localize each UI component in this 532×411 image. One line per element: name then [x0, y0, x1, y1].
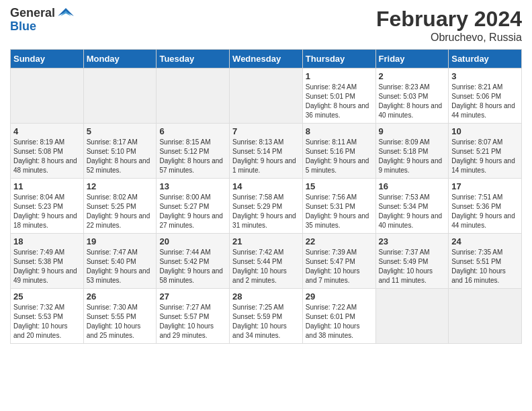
- day-cell: 1Sunrise: 8:24 AM Sunset: 5:01 PM Daylig…: [302, 68, 375, 124]
- day-number: 6: [159, 126, 226, 136]
- day-number: 22: [306, 236, 373, 246]
- week-row-4: 18Sunrise: 7:49 AM Sunset: 5:38 PM Dayli…: [11, 234, 522, 289]
- day-number: 26: [87, 291, 154, 302]
- day-info: Sunrise: 7:25 AM Sunset: 5:59 PM Dayligh…: [232, 303, 300, 340]
- day-number: 1: [306, 71, 373, 81]
- day-cell: 20Sunrise: 7:44 AM Sunset: 5:42 PM Dayli…: [157, 234, 230, 289]
- subtitle: Obruchevo, Russia: [376, 32, 522, 44]
- day-number: 25: [13, 291, 81, 302]
- day-cell: 21Sunrise: 7:42 AM Sunset: 5:44 PM Dayli…: [230, 234, 303, 289]
- logo-icon: [58, 8, 74, 24]
- day-number: 24: [451, 236, 519, 246]
- day-cell: [375, 289, 449, 344]
- day-info: Sunrise: 7:42 AM Sunset: 5:44 PM Dayligh…: [232, 248, 300, 285]
- day-number: 5: [87, 126, 154, 136]
- day-number: 23: [379, 236, 446, 246]
- day-cell: 26Sunrise: 7:30 AM Sunset: 5:55 PM Dayli…: [83, 289, 157, 344]
- header-tuesday: Tuesday: [157, 50, 230, 68]
- day-info: Sunrise: 7:32 AM Sunset: 5:53 PM Dayligh…: [13, 303, 81, 340]
- day-cell: 13Sunrise: 8:00 AM Sunset: 5:27 PM Dayli…: [157, 179, 230, 234]
- day-number: 3: [451, 71, 519, 81]
- day-info: Sunrise: 7:30 AM Sunset: 5:55 PM Dayligh…: [87, 303, 154, 340]
- week-row-2: 4Sunrise: 8:19 AM Sunset: 5:08 PM Daylig…: [11, 124, 522, 179]
- logo: General Blue: [10, 7, 74, 34]
- day-cell: 24Sunrise: 7:35 AM Sunset: 5:51 PM Dayli…: [449, 234, 522, 289]
- logo-text: General Blue: [10, 7, 55, 34]
- day-info: Sunrise: 7:39 AM Sunset: 5:47 PM Dayligh…: [306, 248, 373, 285]
- header-wednesday: Wednesday: [230, 50, 303, 68]
- day-cell: 4Sunrise: 8:19 AM Sunset: 5:08 PM Daylig…: [11, 124, 84, 179]
- day-info: Sunrise: 7:53 AM Sunset: 5:34 PM Dayligh…: [379, 193, 446, 230]
- day-number: 16: [379, 181, 446, 191]
- day-cell: 19Sunrise: 7:47 AM Sunset: 5:40 PM Dayli…: [83, 234, 157, 289]
- day-number: 28: [232, 291, 300, 302]
- day-cell: 15Sunrise: 7:56 AM Sunset: 5:31 PM Dayli…: [302, 179, 375, 234]
- day-cell: 22Sunrise: 7:39 AM Sunset: 5:47 PM Dayli…: [302, 234, 375, 289]
- calendar-header: Sunday Monday Tuesday Wednesday Thursday…: [11, 50, 522, 68]
- page-container: General Blue February 2024 Obruchevo, Ru…: [0, 0, 532, 351]
- day-number: 19: [87, 236, 154, 246]
- day-info: Sunrise: 8:17 AM Sunset: 5:10 PM Dayligh…: [87, 138, 154, 175]
- day-cell: 11Sunrise: 8:04 AM Sunset: 5:23 PM Dayli…: [11, 179, 84, 234]
- day-cell: [11, 68, 84, 124]
- day-number: 2: [379, 71, 446, 81]
- day-cell: [83, 68, 157, 124]
- day-cell: 3Sunrise: 8:21 AM Sunset: 5:06 PM Daylig…: [449, 68, 522, 124]
- header-sunday: Sunday: [11, 50, 84, 68]
- header-monday: Monday: [83, 50, 157, 68]
- header-friday: Friday: [375, 50, 449, 68]
- week-row-1: 1Sunrise: 8:24 AM Sunset: 5:01 PM Daylig…: [11, 68, 522, 124]
- day-number: 14: [232, 181, 300, 191]
- day-cell: [157, 68, 230, 124]
- day-info: Sunrise: 7:37 AM Sunset: 5:49 PM Dayligh…: [379, 248, 446, 285]
- day-info: Sunrise: 8:13 AM Sunset: 5:14 PM Dayligh…: [232, 138, 300, 175]
- day-info: Sunrise: 8:24 AM Sunset: 5:01 PM Dayligh…: [306, 83, 373, 120]
- day-cell: 18Sunrise: 7:49 AM Sunset: 5:38 PM Dayli…: [11, 234, 84, 289]
- day-cell: 25Sunrise: 7:32 AM Sunset: 5:53 PM Dayli…: [11, 289, 84, 344]
- day-info: Sunrise: 7:49 AM Sunset: 5:38 PM Dayligh…: [13, 248, 81, 285]
- day-cell: 5Sunrise: 8:17 AM Sunset: 5:10 PM Daylig…: [83, 124, 157, 179]
- day-cell: 2Sunrise: 8:23 AM Sunset: 5:03 PM Daylig…: [375, 68, 449, 124]
- day-info: Sunrise: 8:11 AM Sunset: 5:16 PM Dayligh…: [306, 138, 373, 175]
- day-number: 12: [87, 181, 154, 191]
- title-block: February 2024 Obruchevo, Russia: [376, 7, 522, 44]
- day-cell: 7Sunrise: 8:13 AM Sunset: 5:14 PM Daylig…: [230, 124, 303, 179]
- day-info: Sunrise: 8:23 AM Sunset: 5:03 PM Dayligh…: [379, 83, 446, 120]
- day-number: 29: [306, 291, 373, 302]
- day-number: 17: [451, 181, 519, 191]
- day-cell: 8Sunrise: 8:11 AM Sunset: 5:16 PM Daylig…: [302, 124, 375, 179]
- week-row-5: 25Sunrise: 7:32 AM Sunset: 5:53 PM Dayli…: [11, 289, 522, 344]
- day-info: Sunrise: 7:51 AM Sunset: 5:36 PM Dayligh…: [451, 193, 519, 230]
- logo-general: General: [10, 7, 55, 20]
- day-info: Sunrise: 7:56 AM Sunset: 5:31 PM Dayligh…: [306, 193, 373, 230]
- day-cell: [449, 289, 522, 344]
- day-number: 7: [232, 126, 300, 136]
- day-number: 15: [306, 181, 373, 191]
- header-saturday: Saturday: [449, 50, 522, 68]
- day-cell: 6Sunrise: 8:15 AM Sunset: 5:12 PM Daylig…: [157, 124, 230, 179]
- day-cell: 28Sunrise: 7:25 AM Sunset: 5:59 PM Dayli…: [230, 289, 303, 344]
- day-number: 9: [379, 126, 446, 136]
- day-info: Sunrise: 8:00 AM Sunset: 5:27 PM Dayligh…: [159, 193, 226, 230]
- day-cell: 23Sunrise: 7:37 AM Sunset: 5:49 PM Dayli…: [375, 234, 449, 289]
- header-row: General Blue February 2024 Obruchevo, Ru…: [10, 7, 522, 44]
- day-number: 21: [232, 236, 300, 246]
- day-info: Sunrise: 8:15 AM Sunset: 5:12 PM Dayligh…: [159, 138, 226, 175]
- day-cell: 10Sunrise: 8:07 AM Sunset: 5:21 PM Dayli…: [449, 124, 522, 179]
- day-cell: [230, 68, 303, 124]
- day-number: 11: [13, 181, 81, 191]
- day-info: Sunrise: 8:21 AM Sunset: 5:06 PM Dayligh…: [451, 83, 519, 120]
- day-number: 4: [13, 126, 81, 136]
- day-info: Sunrise: 7:47 AM Sunset: 5:40 PM Dayligh…: [87, 248, 154, 285]
- main-title: February 2024: [376, 7, 522, 32]
- day-number: 8: [306, 126, 373, 136]
- day-info: Sunrise: 7:58 AM Sunset: 5:29 PM Dayligh…: [232, 193, 300, 230]
- day-cell: 29Sunrise: 7:22 AM Sunset: 6:01 PM Dayli…: [302, 289, 375, 344]
- day-info: Sunrise: 8:04 AM Sunset: 5:23 PM Dayligh…: [13, 193, 81, 230]
- day-number: 18: [13, 236, 81, 246]
- day-number: 27: [159, 291, 226, 302]
- day-number: 13: [159, 181, 226, 191]
- calendar-body: 1Sunrise: 8:24 AM Sunset: 5:01 PM Daylig…: [11, 68, 522, 344]
- day-number: 20: [159, 236, 226, 246]
- day-info: Sunrise: 8:19 AM Sunset: 5:08 PM Dayligh…: [13, 138, 81, 175]
